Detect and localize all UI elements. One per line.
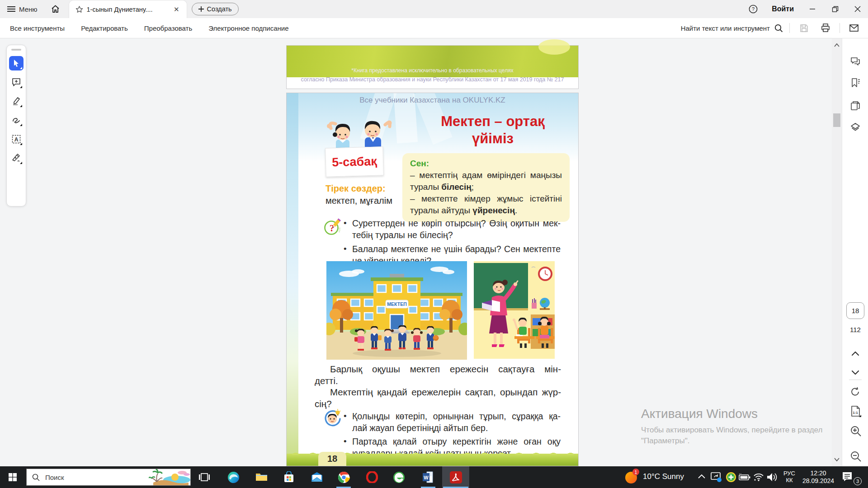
chrome-button[interactable] xyxy=(334,466,354,488)
help-icon: ? xyxy=(749,5,758,14)
time: 12:20 xyxy=(800,469,836,477)
highlight-tool[interactable] xyxy=(9,94,24,108)
search-icon xyxy=(774,24,783,33)
vertical-scrollbar[interactable] xyxy=(832,38,842,466)
task-view-button[interactable] xyxy=(194,466,214,488)
bookmarks-panel-button[interactable] xyxy=(850,77,861,88)
minimize-button[interactable] xyxy=(802,0,823,18)
esign-button[interactable]: Электронное подписание xyxy=(208,24,288,32)
mail-button[interactable] xyxy=(307,466,327,488)
tray-expand-button[interactable] xyxy=(698,474,705,479)
divider xyxy=(849,380,862,380)
start-button[interactable] xyxy=(0,466,25,488)
restore-button[interactable] xyxy=(825,0,845,18)
star-icon xyxy=(75,6,83,13)
text-box-tool[interactable]: A xyxy=(9,132,24,146)
scrollbar-thumb[interactable] xyxy=(833,113,840,127)
scroll-up-arrow[interactable] xyxy=(832,40,842,50)
minimize-icon xyxy=(809,6,816,12)
close-button[interactable] xyxy=(847,0,868,18)
rotate-page-button[interactable] xyxy=(850,386,861,397)
help-button[interactable]: ? xyxy=(743,0,764,18)
battery-tray-icon[interactable] xyxy=(739,474,750,481)
svg-text:A: A xyxy=(14,136,19,143)
page-title: Мектеп – ортақ үйіміз xyxy=(417,113,569,147)
convert-button[interactable]: Преобразовать xyxy=(144,24,192,32)
search-highlight-art xyxy=(149,469,190,485)
home-button[interactable] xyxy=(44,0,67,18)
bookmark-icon xyxy=(850,77,861,88)
edit-button[interactable]: Редактировать xyxy=(81,24,128,32)
layers-panel-button[interactable] xyxy=(850,122,861,133)
page-fit-button[interactable]: 1:1 xyxy=(850,405,861,416)
comments-panel-button[interactable] xyxy=(850,56,861,67)
taskbar-search[interactable]: Поиск xyxy=(26,469,191,486)
restore-icon xyxy=(832,6,839,13)
volume-tray-icon[interactable] xyxy=(767,473,778,482)
action-center-button[interactable]: 3 xyxy=(842,471,860,484)
folder-icon xyxy=(255,472,268,482)
windows-logo-icon xyxy=(9,473,17,481)
zoom-in-button[interactable] xyxy=(850,425,861,436)
page-thumbnails-button[interactable] xyxy=(850,100,861,111)
document-tab[interactable]: 1-сынып Дүниетану.... ✕ xyxy=(69,0,187,18)
quick-tools-panel: A xyxy=(6,45,26,206)
find-label: Найти текст или инструмент xyxy=(681,24,770,32)
previous-page-button[interactable] xyxy=(850,348,861,359)
page-total: 112 xyxy=(842,326,868,333)
word-button[interactable]: W xyxy=(418,466,438,488)
find-button[interactable]: Найти текст или инструмент xyxy=(681,24,783,33)
select-tool[interactable] xyxy=(9,56,24,70)
sen-line1: – мектептің адам өміріндегі маңызы xyxy=(410,169,562,181)
menu-button[interactable]: Меню xyxy=(0,0,44,18)
okulyk-banner: Все учебники Казахстана на OKULYK.KZ xyxy=(287,96,578,105)
draw-tool[interactable] xyxy=(9,113,24,127)
page-number-tab: 18 xyxy=(318,452,346,466)
create-button[interactable]: Создать xyxy=(192,3,239,15)
scroll-down-arrow[interactable] xyxy=(832,455,842,465)
paragraph-2: Мектептің қандай ережелерін сақтап, орын… xyxy=(315,386,561,409)
page-number-input[interactable] xyxy=(846,302,864,319)
svg-text:?: ? xyxy=(752,6,755,12)
green-e-browser-button[interactable] xyxy=(389,466,409,488)
language-switcher[interactable]: РУС КК xyxy=(780,470,798,483)
display-cast-tray-icon[interactable] xyxy=(711,472,722,482)
file-explorer-button[interactable] xyxy=(251,466,271,488)
notification-icon xyxy=(842,471,853,482)
print-button[interactable] xyxy=(818,20,833,36)
divider xyxy=(840,23,840,33)
antivirus-tray-icon[interactable] xyxy=(726,472,736,483)
opera-button[interactable] xyxy=(362,466,382,488)
weather-text[interactable]: 10°C Sunny xyxy=(643,472,684,481)
acrobat-button-active[interactable] xyxy=(442,466,469,488)
signin-button[interactable]: Войти xyxy=(765,5,800,13)
keywords-text: мектеп, мұғалім xyxy=(326,196,392,206)
plus-icon xyxy=(198,6,204,12)
home-icon xyxy=(51,5,60,13)
wifi-icon xyxy=(753,473,764,481)
add-comment-tool[interactable] xyxy=(9,75,24,89)
comments-icon xyxy=(850,56,861,67)
antivirus-icon xyxy=(726,472,736,483)
weather-button[interactable]: 1 xyxy=(624,469,639,485)
clock[interactable]: 12:20 28.09.2024 xyxy=(800,469,836,485)
sen-label: Сен: xyxy=(410,158,562,169)
tab-close-icon[interactable]: ✕ xyxy=(171,5,182,14)
ms-store-button[interactable] xyxy=(279,466,299,488)
zoom-out-button[interactable] xyxy=(850,450,861,461)
pages-icon xyxy=(850,100,861,111)
sen-line4: туралы айтуды үйренесің. xyxy=(410,205,562,216)
email-button[interactable] xyxy=(846,20,862,36)
save-button[interactable] xyxy=(796,20,811,36)
wifi-tray-icon[interactable] xyxy=(753,473,764,481)
divider xyxy=(789,23,790,33)
all-tools-button[interactable]: Все инструменты xyxy=(10,24,65,32)
school-illustration: МЕКТЕП xyxy=(326,261,467,360)
titlebar: Меню 1-сынып Дүниетану.... ✕ Создать ? В… xyxy=(0,0,868,18)
fill-sign-tool[interactable] xyxy=(9,151,24,165)
panel-drag-handle[interactable] xyxy=(11,49,21,51)
battery-icon xyxy=(739,474,750,481)
edge-icon xyxy=(227,471,240,483)
next-page-button[interactable] xyxy=(850,367,861,378)
edge-browser-button[interactable] xyxy=(223,466,243,488)
